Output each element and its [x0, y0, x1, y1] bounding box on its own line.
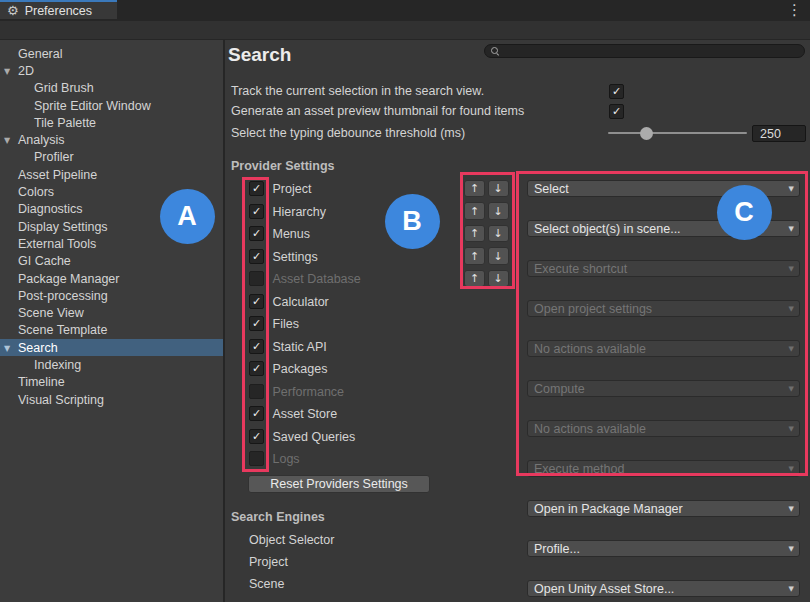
provider-action-dropdown-asset-database[interactable]: No actions available▼: [527, 340, 800, 358]
debounce-threshold-label: Select the typing debounce threshold (ms…: [231, 126, 465, 140]
provider-checkbox-static-api[interactable]: ✓: [249, 339, 264, 354]
provider-label-static-api: Static API: [273, 340, 327, 354]
tab-title: Preferences: [25, 4, 92, 18]
provider-action-dropdown-performance[interactable]: Profile...▼: [527, 540, 800, 558]
move-down-button[interactable]: ↓: [488, 225, 509, 243]
provider-action-dropdown-hierarchy[interactable]: Select object(s) in scene...▼: [527, 220, 800, 238]
page-title: Search: [228, 44, 291, 66]
up-arrow-icon: ↑: [470, 182, 479, 195]
expander-icon[interactable]: ▼: [4, 66, 10, 75]
sidebar-item-label: Analysis: [18, 133, 65, 147]
check-icon: ✓: [252, 183, 261, 194]
sidebar-item-2d[interactable]: ▼2D: [0, 62, 223, 79]
sidebar-item-label: Grid Brush: [34, 81, 94, 95]
dropdown-value: Execute shortcut: [534, 262, 627, 276]
sidebar-item-colors[interactable]: Colors: [0, 183, 223, 200]
provider-action-dropdown-asset-store[interactable]: Open Unity Asset Store...▼: [527, 580, 800, 598]
kebab-menu-icon[interactable]: ⋮: [787, 2, 802, 19]
move-up-button[interactable]: ↑: [464, 225, 485, 243]
debounce-slider-track[interactable]: [608, 132, 747, 134]
sidebar-item-label: Tile Palette: [34, 116, 96, 130]
sidebar-item-external-tools[interactable]: External Tools: [0, 235, 223, 252]
chevron-down-icon: ▼: [789, 265, 794, 273]
dropdown-value: Profile...: [534, 542, 580, 556]
check-icon: ✓: [612, 86, 621, 97]
provider-checkbox-performance[interactable]: [249, 384, 264, 399]
provider-action-dropdown-packages[interactable]: Open in Package Manager▼: [527, 500, 800, 518]
sidebar-item-asset-pipeline[interactable]: Asset Pipeline: [0, 166, 223, 183]
expander-icon[interactable]: ▼: [4, 136, 10, 145]
provider-checkbox-menus[interactable]: ✓: [249, 226, 264, 241]
provider-checkbox-files[interactable]: ✓: [249, 316, 264, 331]
chevron-down-icon: ▼: [789, 425, 794, 433]
provider-action-dropdown-calculator[interactable]: Compute▼: [527, 380, 800, 398]
sidebar-item-visual-scripting[interactable]: Visual Scripting: [0, 391, 223, 408]
provider-checkbox-settings[interactable]: ✓: [249, 249, 264, 264]
sidebar-item-grid-brush[interactable]: Grid Brush: [0, 80, 223, 97]
debounce-value-field[interactable]: 250: [752, 125, 806, 142]
provider-checkbox-asset-database[interactable]: [249, 271, 264, 286]
provider-action-dropdown-project[interactable]: Select▼: [527, 180, 800, 198]
sidebar-item-analysis[interactable]: ▼Analysis: [0, 131, 223, 148]
move-down-button[interactable]: ↓: [488, 247, 509, 265]
provider-label-logs: Logs: [273, 452, 300, 466]
sidebar-item-display-settings[interactable]: Display Settings: [0, 218, 223, 235]
down-arrow-icon: ↓: [493, 227, 502, 240]
option-track-selection-checkbox[interactable]: ✓: [609, 84, 624, 99]
sidebar-item-post-processing[interactable]: Post-processing: [0, 287, 223, 304]
sidebar-item-label: Scene Template: [18, 323, 107, 337]
dropdown-value: Execute method: [534, 462, 624, 476]
move-down-button[interactable]: ↓: [488, 270, 509, 288]
sidebar-item-label: Visual Scripting: [18, 393, 104, 407]
move-up-button[interactable]: ↑: [464, 202, 485, 220]
sidebar-item-gi-cache[interactable]: GI Cache: [0, 253, 223, 270]
provider-label-asset-store: Asset Store: [273, 407, 338, 421]
move-down-button[interactable]: ↓: [488, 202, 509, 220]
provider-label-packages: Packages: [273, 362, 328, 376]
down-arrow-icon: ↓: [493, 182, 502, 195]
dropdown-value: Select object(s) in scene...: [534, 222, 681, 236]
expander-icon[interactable]: ▼: [4, 343, 10, 352]
debounce-slider-handle[interactable]: [640, 127, 653, 140]
sidebar-item-label: Sprite Editor Window: [34, 99, 151, 113]
check-icon: ✓: [252, 431, 261, 442]
move-down-button[interactable]: ↓: [488, 180, 509, 198]
sidebar-item-search[interactable]: ▼Search: [0, 339, 223, 356]
reset-providers-button[interactable]: Reset Providers Settings: [248, 475, 430, 493]
move-up-button[interactable]: ↑: [464, 247, 485, 265]
sidebar-item-timeline[interactable]: Timeline: [0, 374, 223, 391]
up-arrow-icon: ↑: [470, 227, 479, 240]
provider-label-performance: Performance: [273, 385, 345, 399]
provider-action-dropdown-settings[interactable]: Open project settings▼: [527, 300, 800, 318]
check-icon: ✓: [252, 408, 261, 419]
provider-checkbox-logs[interactable]: [249, 451, 264, 466]
check-icon: ✓: [252, 206, 261, 217]
check-icon: ✓: [252, 296, 261, 307]
sidebar-item-sprite-editor-window[interactable]: Sprite Editor Window: [0, 97, 223, 114]
move-up-button[interactable]: ↑: [464, 270, 485, 288]
sidebar-item-indexing[interactable]: Indexing: [0, 356, 223, 373]
sidebar-item-scene-template[interactable]: Scene Template: [0, 322, 223, 339]
sidebar-item-diagnostics[interactable]: Diagnostics: [0, 201, 223, 218]
provider-checkbox-saved-queries[interactable]: ✓: [249, 429, 264, 444]
down-arrow-icon: ↓: [493, 205, 502, 218]
sidebar-item-tile-palette[interactable]: Tile Palette: [0, 114, 223, 131]
move-up-button[interactable]: ↑: [464, 180, 485, 198]
provider-checkbox-packages[interactable]: ✓: [249, 361, 264, 376]
option-preview-thumbnail-checkbox[interactable]: ✓: [609, 104, 624, 119]
sidebar-item-package-manager[interactable]: Package Manager: [0, 270, 223, 287]
sidebar-item-profiler[interactable]: Profiler: [0, 149, 223, 166]
provider-action-dropdown-menus[interactable]: Execute shortcut▼: [527, 260, 800, 278]
provider-checkbox-project[interactable]: ✓: [249, 181, 264, 196]
provider-checkbox-hierarchy[interactable]: ✓: [249, 204, 264, 219]
sidebar-item-label: GI Cache: [18, 254, 71, 268]
sidebar-item-scene-view[interactable]: Scene View: [0, 304, 223, 321]
provider-checkbox-calculator[interactable]: ✓: [249, 294, 264, 309]
sidebar-item-general[interactable]: General: [0, 45, 223, 62]
up-arrow-icon: ↑: [470, 250, 479, 263]
dropdown-value: No actions available: [534, 422, 646, 436]
provider-action-dropdown-static-api[interactable]: Execute method▼: [527, 460, 800, 478]
provider-action-dropdown-files[interactable]: No actions available▼: [527, 420, 800, 438]
tab-preferences[interactable]: ⚙ Preferences: [0, 0, 117, 19]
provider-checkbox-asset-store[interactable]: ✓: [249, 406, 264, 421]
